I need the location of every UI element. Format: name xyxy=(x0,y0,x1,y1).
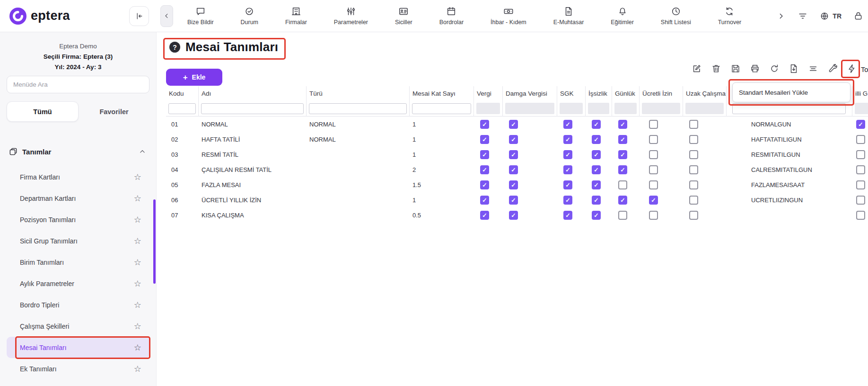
sidebar-item-sicil-grup-tanimlari[interactable]: Sicil Grup Tanımları☆ xyxy=(7,230,149,251)
checkbox-vergi-checked[interactable]: ✓ xyxy=(480,180,489,189)
table-row-01[interactable]: 01NORMALNORMAL1✓✓✓✓✓NORMALGUN✓ xyxy=(166,117,868,132)
checkbox-damga_vergisi-checked[interactable]: ✓ xyxy=(509,135,518,144)
col-header-kat_sayi[interactable]: Mesai Kat Sayı xyxy=(410,86,474,100)
checkbox-gunluk-checked[interactable]: ✓ xyxy=(618,120,627,129)
col-header-issizlik[interactable]: İşsizlik xyxy=(586,86,612,100)
favorite-star-icon[interactable]: ☆ xyxy=(134,278,141,289)
favorite-star-icon[interactable]: ☆ xyxy=(134,364,141,374)
table-row-07[interactable]: 07KISA ÇALIŞMA0.5✓✓✓✓ xyxy=(166,207,868,223)
checkbox-sgk-checked[interactable]: ✓ xyxy=(563,211,572,220)
help-icon[interactable]: ? xyxy=(169,42,180,53)
sidebar-collapse-button[interactable] xyxy=(129,6,149,26)
table-row-05[interactable]: 05FAZLA MESAI1.5✓✓✓✓FAZLAMESAISAAT xyxy=(166,177,868,192)
col-header-gunluk[interactable]: Günlük xyxy=(612,86,640,100)
checkbox-vergi-checked[interactable]: ✓ xyxy=(480,165,489,174)
eptera-logo[interactable]: eptera xyxy=(9,8,70,25)
edit-button[interactable] xyxy=(692,63,702,74)
checkbox-gunluk-checked[interactable]: ✓ xyxy=(618,135,627,144)
checkbox-last-unchecked[interactable] xyxy=(856,150,865,159)
checkbox-damga_vergisi-checked[interactable]: ✓ xyxy=(509,120,518,129)
checkbox-issizlik-checked[interactable]: ✓ xyxy=(592,120,601,129)
filter-input-kat_sayi[interactable] xyxy=(412,103,471,114)
sidebar-item-firma-kartlari[interactable]: Firma Kartları☆ xyxy=(7,166,149,188)
favorite-star-icon[interactable]: ☆ xyxy=(134,215,141,225)
checkbox-uzak_calisma-unchecked[interactable] xyxy=(689,150,698,159)
checkbox-vergi-checked[interactable]: ✓ xyxy=(480,120,489,129)
checkbox-issizlik-checked[interactable]: ✓ xyxy=(592,165,601,174)
col-header-kodu[interactable]: Kodu xyxy=(166,86,199,100)
top-nav-turnover[interactable]: Turnover xyxy=(718,6,742,26)
checkbox-vergi-checked[interactable]: ✓ xyxy=(480,150,489,159)
top-nav-shift-listesi[interactable]: Shift Listesi xyxy=(661,6,691,26)
checkbox-last-unchecked[interactable] xyxy=(856,211,865,220)
table-row-03[interactable]: 03RESMİ TATİL1✓✓✓✓✓RESMITATILGUN xyxy=(166,147,868,162)
tab-favoriler[interactable]: Favoriler xyxy=(79,101,149,122)
save-button[interactable] xyxy=(730,63,741,74)
col-header-uzak_calisma[interactable]: Uzak Çalışma xyxy=(683,86,727,100)
tools-button[interactable] xyxy=(827,63,838,74)
favorite-star-icon[interactable]: ☆ xyxy=(134,321,141,332)
sidebar-item-calisma-sekilleri[interactable]: Çalışma Şekilleri☆ xyxy=(7,315,149,337)
print-button[interactable] xyxy=(750,63,760,74)
col-header-vergi[interactable]: Vergi xyxy=(474,86,503,100)
load-standard-shifts-button[interactable] xyxy=(847,63,857,74)
checkbox-uzak_calisma-unchecked[interactable] xyxy=(689,120,698,129)
checkbox-vergi-checked[interactable]: ✓ xyxy=(480,196,489,205)
sidebar-scrollbar-thumb[interactable] xyxy=(153,199,156,284)
checkbox-gunluk-checked[interactable]: ✓ xyxy=(618,150,627,159)
checkbox-ucretli_izin-unchecked[interactable] xyxy=(649,150,658,159)
sidebar-item-aylik-parametreler[interactable]: Aylık Parametreler☆ xyxy=(7,273,149,294)
favorite-star-icon[interactable]: ☆ xyxy=(134,300,141,310)
col-header-sgk[interactable]: SGK xyxy=(557,86,586,100)
top-nav-e-muhtasar[interactable]: E-Muhtasar xyxy=(553,6,584,26)
top-nav-egitimler[interactable]: Eğitimler xyxy=(611,6,634,26)
checkbox-sgk-checked[interactable]: ✓ xyxy=(563,165,572,174)
refresh-button[interactable] xyxy=(769,63,780,74)
top-nav-bize-bildir[interactable]: Bize Bildir xyxy=(187,6,214,26)
top-nav-ihbar-kidem[interactable]: İhbar - Kıdem xyxy=(491,6,526,26)
sidebar-item-birim-tanimlari[interactable]: Birim Tanımları☆ xyxy=(7,251,149,273)
checkbox-sgk-checked[interactable]: ✓ xyxy=(563,135,572,144)
nav-scroll-left-button[interactable] xyxy=(160,5,173,27)
filter-input-adi[interactable] xyxy=(201,103,304,114)
checkbox-sgk-checked[interactable]: ✓ xyxy=(563,150,572,159)
checkbox-gunluk-unchecked[interactable] xyxy=(618,180,627,189)
checkbox-vergi-checked[interactable]: ✓ xyxy=(480,135,489,144)
checkbox-last-unchecked[interactable] xyxy=(856,196,865,205)
chevron-up-icon[interactable] xyxy=(138,147,147,156)
sidebar-item-bordro-tipleri[interactable]: Bordro Tipleri☆ xyxy=(7,294,149,315)
checkbox-ucretli_izin-unchecked[interactable] xyxy=(649,180,658,189)
filter-menu-button[interactable] xyxy=(798,11,808,21)
table-row-04[interactable]: 04ÇALIŞILAN RESMİ TATİL2✓✓✓✓✓CALRESMITAT… xyxy=(166,162,868,177)
checkbox-issizlik-checked[interactable]: ✓ xyxy=(592,150,601,159)
rows-button[interactable] xyxy=(808,63,818,74)
checkbox-issizlik-checked[interactable]: ✓ xyxy=(592,135,601,144)
checkbox-last-unchecked[interactable] xyxy=(856,180,865,189)
checkbox-damga_vergisi-checked[interactable]: ✓ xyxy=(509,180,518,189)
sidebar-item-mesai-tanimlari[interactable]: Mesai Tanımları☆ xyxy=(7,337,149,358)
checkbox-issizlik-checked[interactable]: ✓ xyxy=(592,180,601,189)
checkbox-damga_vergisi-checked[interactable]: ✓ xyxy=(509,196,518,205)
favorite-star-icon[interactable]: ☆ xyxy=(134,257,141,268)
checkbox-uzak_calisma-unchecked[interactable] xyxy=(689,135,698,144)
section-tanimlar[interactable]: Tanımlar xyxy=(9,147,147,156)
checkbox-issizlik-checked[interactable]: ✓ xyxy=(592,211,601,220)
table-row-06[interactable]: 06ÜCRETLİ YILLIK İZİN1✓✓✓✓✓✓UCRETLIIZING… xyxy=(166,192,868,207)
favorite-star-icon[interactable]: ☆ xyxy=(134,236,141,246)
col-header-ucretli_izin[interactable]: Ücretli İzin xyxy=(640,86,683,100)
nav-scroll-right-button[interactable] xyxy=(776,11,786,21)
top-nav-siciller[interactable]: Siciller xyxy=(395,6,412,26)
col-header-damga_vergisi[interactable]: Damga Vergisi xyxy=(503,86,557,100)
checkbox-sgk-checked[interactable]: ✓ xyxy=(563,120,572,129)
top-nav-durum[interactable]: Durum xyxy=(241,6,259,26)
checkbox-uzak_calisma-unchecked[interactable] xyxy=(689,211,698,220)
filter-input-kod[interactable] xyxy=(732,103,846,114)
checkbox-ucretli_izin-checked[interactable]: ✓ xyxy=(649,196,658,205)
col-header-last[interactable]: illi G xyxy=(852,86,868,100)
col-header-adi[interactable]: Adı xyxy=(199,86,307,100)
checkbox-ucretli_izin-unchecked[interactable] xyxy=(649,211,658,220)
tab-tumu[interactable]: Tümü xyxy=(7,101,79,122)
checkbox-uzak_calisma-unchecked[interactable] xyxy=(689,165,698,174)
checkbox-ucretli_izin-unchecked[interactable] xyxy=(649,135,658,144)
sidebar-item-departman-kartlari[interactable]: Departman Kartları☆ xyxy=(7,188,149,209)
